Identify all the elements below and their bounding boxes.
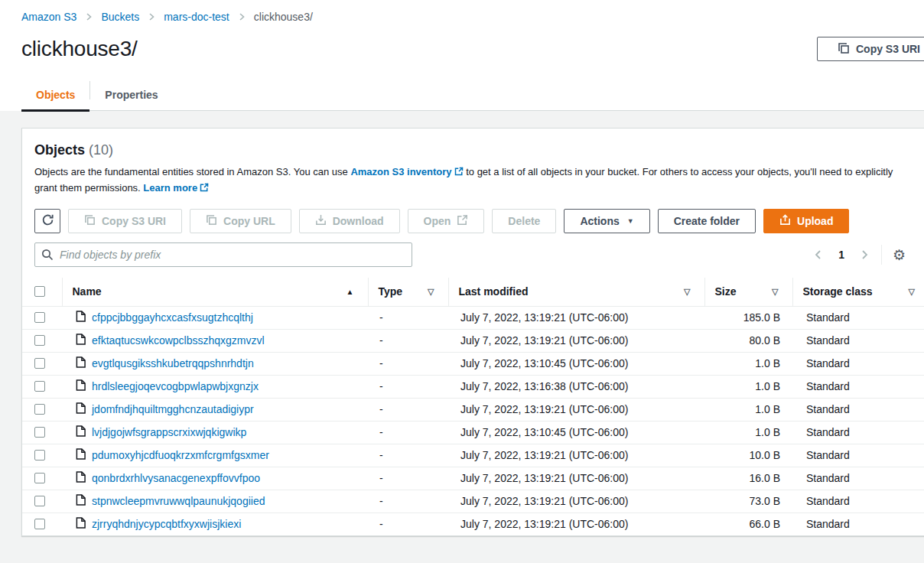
- learn-more-link[interactable]: Learn more: [143, 182, 197, 194]
- file-icon: [76, 356, 86, 370]
- object-name-link[interactable]: pdumoxyhjcdfuoqkrzxmfcrgmfgsxmer: [92, 449, 269, 461]
- object-name-link[interactable]: jdomfndjhquiltmgghcnzautadigiypr: [92, 403, 254, 415]
- row-checkbox[interactable]: [34, 473, 45, 483]
- file-icon: [76, 425, 86, 439]
- object-name-link[interactable]: evgtlqusgiksshkubetrqqpshnrhdtjn: [92, 357, 254, 369]
- object-last-modified: July 7, 2022, 13:19:21 (UTC-06:00): [448, 490, 704, 513]
- search-box: [34, 242, 412, 267]
- copy-icon: [206, 214, 217, 228]
- file-icon: [76, 517, 86, 531]
- object-type: -: [368, 467, 448, 490]
- table-row: lvjdjgojwfsgrappscrxixwjqkigwikp - July …: [22, 421, 924, 444]
- create-folder-button[interactable]: Create folder: [658, 209, 756, 233]
- object-name-link[interactable]: zjrryqhdnjycypcqbtfxyxwjisjkiexi: [92, 518, 241, 530]
- object-last-modified: July 7, 2022, 13:19:21 (UTC-06:00): [448, 467, 704, 490]
- row-checkbox[interactable]: [34, 450, 45, 460]
- download-icon: [315, 214, 327, 228]
- copy-icon: [838, 42, 850, 57]
- previous-page-button[interactable]: [812, 249, 825, 261]
- object-size: 73.0 B: [704, 490, 792, 513]
- row-checkbox[interactable]: [34, 404, 45, 415]
- actions-dropdown-button[interactable]: Actions ▼: [564, 209, 649, 233]
- objects-panel-title: Objects (10): [34, 142, 915, 158]
- find-objects-input[interactable]: [34, 242, 412, 267]
- file-icon: [76, 471, 86, 485]
- copy-s3-uri-button[interactable]: Copy S3 URI: [68, 209, 182, 233]
- breadcrumb-link-buckets[interactable]: Buckets: [101, 11, 139, 23]
- select-all-checkbox[interactable]: [34, 286, 45, 297]
- upload-label: Upload: [797, 215, 833, 227]
- object-type: -: [368, 306, 448, 329]
- sort-icon[interactable]: ▽: [909, 287, 915, 297]
- table-row: qonbrdxrhlvysanacgenexpffovvfpoo - July …: [22, 467, 924, 490]
- objects-panel: Objects (10) Objects are the fundamental…: [21, 128, 924, 536]
- column-header-name[interactable]: Name: [73, 285, 102, 298]
- next-page-button[interactable]: [858, 249, 870, 261]
- object-name-link[interactable]: lvjdjgojwfsgrappscrxixwjqkigwikp: [92, 426, 246, 438]
- column-header-type[interactable]: Type: [379, 285, 403, 298]
- copy-s3-uri-header-button[interactable]: Copy S3 URI: [817, 37, 924, 61]
- object-type: -: [368, 398, 448, 421]
- download-button[interactable]: Download: [299, 209, 400, 233]
- file-icon: [76, 402, 86, 416]
- delete-label: Delete: [508, 215, 540, 227]
- tab-objects[interactable]: Objects: [21, 89, 89, 112]
- search-icon: [41, 249, 54, 263]
- object-last-modified: July 7, 2022, 13:19:21 (UTC-06:00): [448, 444, 704, 467]
- column-header-last-modified[interactable]: Last modified: [459, 285, 529, 298]
- tab-properties[interactable]: Properties: [90, 89, 172, 112]
- download-label: Download: [333, 215, 384, 227]
- upload-icon: [779, 214, 791, 228]
- copy-url-button[interactable]: Copy URL: [190, 209, 291, 233]
- row-checkbox[interactable]: [34, 335, 45, 346]
- object-last-modified: July 7, 2022, 13:19:21 (UTC-06:00): [448, 329, 704, 352]
- object-size: 10.0 B: [704, 444, 792, 467]
- create-folder-label: Create folder: [674, 215, 740, 227]
- breadcrumb-link-bucket[interactable]: mars-doc-test: [164, 11, 229, 23]
- row-checkbox[interactable]: [34, 496, 45, 506]
- sort-icon[interactable]: ▽: [684, 287, 690, 297]
- row-checkbox[interactable]: [34, 358, 45, 369]
- object-name-link[interactable]: efktaqtucswkcowpclbsszhqxgzmvzvl: [92, 334, 265, 347]
- pagination-divider: [881, 245, 882, 265]
- object-size: 185.0 B: [704, 306, 792, 329]
- object-type: -: [368, 490, 448, 513]
- row-checkbox[interactable]: [34, 381, 45, 392]
- table-row: efktaqtucswkcowpclbsszhqxgzmvzvl - July …: [22, 329, 924, 352]
- refresh-button[interactable]: [34, 209, 60, 233]
- row-checkbox[interactable]: [34, 427, 45, 438]
- table-header-row: Name▲ Type▽ Last modified▽ Size▽ Storage…: [22, 278, 924, 306]
- object-storage-class: Standard: [792, 352, 924, 375]
- object-size: 1.0 B: [704, 352, 792, 375]
- object-last-modified: July 7, 2022, 13:16:38 (UTC-06:00): [448, 375, 704, 398]
- current-page-number[interactable]: 1: [835, 249, 848, 261]
- row-checkbox[interactable]: [34, 519, 45, 529]
- file-icon: [76, 334, 86, 347]
- object-name-link[interactable]: cfppcjbbggayhcxcasfxsugtzhcqlthj: [92, 311, 253, 324]
- object-storage-class: Standard: [792, 329, 924, 352]
- object-name-link[interactable]: hrdlsleegjoqevcogbpwlapwbjxgnzjx: [92, 380, 259, 392]
- external-link-icon: [457, 214, 468, 228]
- object-name-link[interactable]: stpnwcleepmvruwwqlpaunukjqogiied: [92, 495, 265, 507]
- object-name-link[interactable]: qonbrdxrhlvysanacgenexpffovvfpoo: [92, 472, 260, 484]
- breadcrumb-link-amazon-s3[interactable]: Amazon S3: [21, 11, 76, 23]
- tabs: Objects Properties: [21, 81, 924, 111]
- amazon-s3-inventory-link[interactable]: Amazon S3 inventory: [350, 166, 451, 177]
- objects-table: Name▲ Type▽ Last modified▽ Size▽ Storage…: [22, 278, 924, 535]
- column-header-storage-class[interactable]: Storage class: [803, 285, 873, 298]
- sort-icon[interactable]: ▽: [428, 287, 434, 297]
- row-checkbox[interactable]: [34, 312, 45, 323]
- sort-icon[interactable]: ▽: [772, 287, 778, 297]
- sort-ascending-icon[interactable]: ▲: [346, 288, 354, 296]
- objects-count: (10): [89, 142, 113, 158]
- object-size: 16.0 B: [704, 467, 792, 490]
- chevron-right-icon: [147, 12, 156, 21]
- column-header-size[interactable]: Size: [715, 285, 737, 298]
- open-button[interactable]: Open: [408, 209, 485, 233]
- object-storage-class: Standard: [792, 467, 924, 490]
- breadcrumb-current: clickhouse3/: [254, 11, 313, 23]
- delete-button[interactable]: Delete: [492, 209, 556, 233]
- upload-button[interactable]: Upload: [763, 209, 849, 233]
- preferences-gear-icon[interactable]: ⚙: [893, 248, 906, 262]
- object-storage-class: Standard: [792, 513, 924, 535]
